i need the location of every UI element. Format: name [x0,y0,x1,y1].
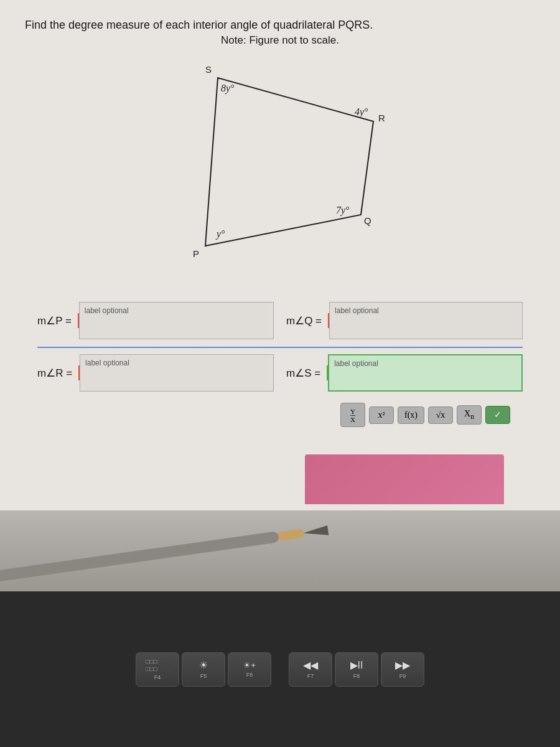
f6-label: F6 [246,672,253,678]
answer-section: m∠P = label optional m∠Q = label optiona… [25,302,535,431]
svg-text:R: R [378,113,385,123]
angle-r-block: m∠R = label optional [37,354,274,392]
f5-label: F5 [200,673,207,679]
figure-area: P S R Q 8y° 4y° 7y° y° [25,59,535,296]
angle-r-container: label optional [80,354,274,392]
math-toolbar: Y X x² f(x) √x Xn ✓ [37,399,523,431]
svg-text:8y°: 8y° [221,83,235,94]
svg-marker-11 [302,525,329,538]
svg-text:P: P [193,248,199,259]
stylus-svg [0,510,357,591]
divider-line [37,347,523,348]
svg-text:y°: y° [215,228,225,240]
angle-p-optional-label: label optional [85,306,129,315]
angle-s-container: label optional [328,354,523,392]
angle-p-container: label optional [79,302,274,339]
f4-label: F4 [154,674,161,680]
square-button[interactable]: x² [369,406,394,424]
f4-key[interactable]: □□□ □□□ F4 [136,652,179,687]
svg-text:7y°: 7y° [336,205,350,216]
quadrilateral-svg: P S R Q 8y° 4y° 7y° y° [124,59,436,271]
angle-s-label: m∠S = [286,367,320,380]
keyboard-key-group: □□□ □□□ F4 ☀ F5 ☀+ F6 ◀◀ F7 ▶II F8 ▶▶ F9 [136,652,424,687]
svg-text:4y°: 4y° [355,106,368,118]
problem-title: Find the degree measure of each interior… [25,19,535,32]
svg-text:S: S [205,64,212,75]
pink-accent-area [305,454,504,504]
f9-label: F9 [399,673,406,679]
fraction-button[interactable]: Y X [340,403,365,427]
xn-button[interactable]: Xn [457,405,482,425]
check-button[interactable]: ✓ [485,406,510,424]
f7-label: F7 [307,673,314,679]
answer-row-2: m∠R = label optional m∠S = label optiona… [37,354,523,392]
svg-text:Q: Q [364,215,371,226]
svg-rect-9 [0,531,279,584]
rewind-icon: ◀◀ [303,659,318,671]
angle-s-input[interactable]: label optional [328,354,523,392]
fast-forward-icon: ▶▶ [395,659,410,671]
keyboard-area: □□□ □□□ F4 ☀ F5 ☀+ F6 ◀◀ F7 ▶II F8 ▶▶ F9 [0,591,560,747]
sqrt-button[interactable]: √x [428,406,453,424]
svg-marker-0 [205,78,373,246]
angle-r-label: m∠R = [37,367,72,380]
angle-q-label: m∠Q = [286,314,322,327]
f5-key[interactable]: ☀ F5 [182,652,225,687]
angle-r-optional-label: label optional [85,359,129,367]
angle-p-block: m∠P = label optional [37,302,274,339]
answer-row-1: m∠P = label optional m∠Q = label optiona… [37,302,523,339]
stylus-area [0,510,560,591]
f8-label: F8 [353,673,360,679]
angle-q-optional-label: label optional [335,306,379,315]
angle-r-input[interactable]: label optional [80,354,274,392]
angle-p-label: m∠P = [37,314,72,327]
problem-subtitle: Note: Figure not to scale. [25,34,535,47]
svg-rect-10 [278,529,304,540]
fx-button[interactable]: f(x) [398,406,424,424]
f8-key[interactable]: ▶II F8 [335,652,378,687]
play-pause-icon: ▶II [350,659,363,671]
f9-key[interactable]: ▶▶ F9 [381,652,424,687]
f7-key[interactable]: ◀◀ F7 [289,652,332,687]
angle-q-block: m∠Q = label optional [286,302,523,339]
angle-s-block: m∠S = label optional [286,354,523,392]
angle-q-input[interactable]: label optional [329,302,523,339]
angle-q-container: label optional [329,302,523,339]
content-area: Find the degree measure of each interior… [0,0,560,510]
angle-p-input[interactable]: label optional [79,302,274,339]
angle-s-optional-label: label optional [334,359,378,368]
brightness-up-icon: ☀+ [243,660,256,670]
brightness-down-icon: ☀ [199,659,208,671]
f6-key[interactable]: ☀+ F6 [228,652,271,687]
